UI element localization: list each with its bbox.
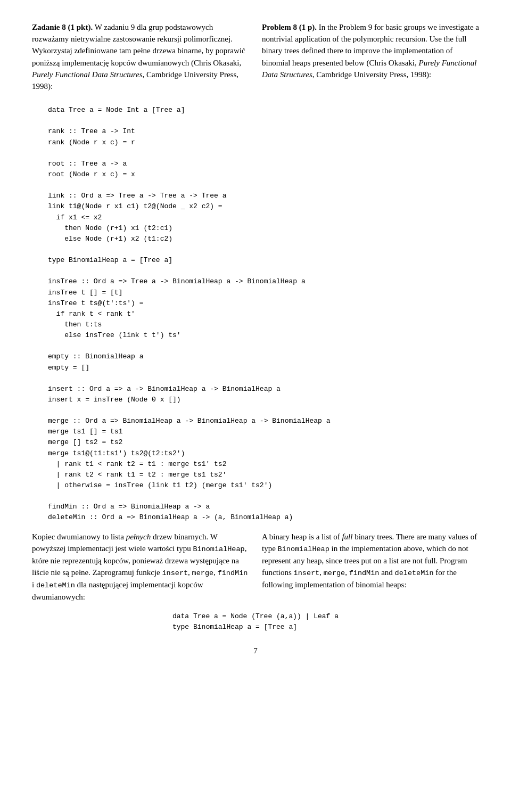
bottom-code-area: data Tree a = Node (Tree (a,a)) | Leaf a… bbox=[32, 611, 479, 633]
bl-p1-italic: pełnych bbox=[126, 532, 151, 541]
bl-p1-and: i bbox=[32, 580, 36, 589]
bottom-section: Kopiec dwumianowy to lista pełnych drzew… bbox=[32, 531, 479, 606]
problem-title: Problem 8 (1 p). bbox=[262, 23, 317, 31]
bottom-right-column: A binary heap is a list of full binary t… bbox=[262, 531, 479, 606]
bottom-code-block: data Tree a = Node (Tree (a,a)) | Leaf a… bbox=[172, 611, 339, 633]
bl-p1-code: BinomialHeap bbox=[193, 545, 244, 553]
right-intro: Problem 8 (1 p). In the Problem 9 for ba… bbox=[262, 21, 479, 80]
br-p1-code2: insert bbox=[294, 569, 320, 577]
br-p1-and: and bbox=[379, 568, 394, 577]
right-column: Problem 8 (1 p). In the Problem 9 for ba… bbox=[262, 21, 479, 95]
left-intro-italic: Purely Functional Data Structures bbox=[32, 70, 143, 79]
right-intro2: , Cambridge University Press, 1998): bbox=[312, 70, 431, 79]
bl-p1: Kopiec dwumianowy to lista bbox=[32, 532, 126, 541]
left-column: Zadanie 8 (1 pkt). W zadaniu 9 dla grup … bbox=[32, 21, 249, 95]
br-p1-code4: findMin bbox=[349, 569, 380, 577]
br-p1-code5: deleteMin bbox=[395, 569, 434, 577]
bl-p1-code5: deleteMin bbox=[36, 581, 75, 589]
page-content: Zadanie 8 (1 pkt). W zadaniu 9 dla grup … bbox=[32, 21, 479, 657]
top-section: Zadanie 8 (1 pkt). W zadaniu 9 dla grup … bbox=[32, 21, 479, 95]
br-p1-sep1: , bbox=[319, 568, 324, 577]
main-code-block: data Tree a = Node Int a [Tree a] rank :… bbox=[48, 105, 479, 523]
page-number: 7 bbox=[32, 645, 479, 657]
bl-p1-code4: findMin bbox=[218, 569, 248, 577]
bottom-right-text: A binary heap is a list of full binary t… bbox=[262, 531, 479, 591]
bottom-left-text: Kopiec dwumianowy to lista pełnych drzew… bbox=[32, 531, 249, 603]
task-title: Zadanie 8 (1 pkt). bbox=[32, 23, 93, 31]
bl-p1-code3: merge bbox=[192, 569, 214, 577]
left-intro: Zadanie 8 (1 pkt). W zadaniu 9 dla grup … bbox=[32, 21, 249, 92]
bl-p1-code2: insert bbox=[162, 569, 188, 577]
br-p1: A binary heap is a list of bbox=[262, 532, 342, 541]
br-p1-italic: full bbox=[342, 532, 352, 541]
br-p1-sep2: , bbox=[345, 568, 349, 577]
bottom-left-column: Kopiec dwumianowy to lista pełnych drzew… bbox=[32, 531, 249, 606]
bl-p1-sep1: , bbox=[188, 568, 192, 577]
bl-p1-sep2: , bbox=[213, 568, 218, 577]
br-p1-code: BinomialHeap bbox=[278, 545, 329, 553]
br-p1-code3: merge bbox=[324, 569, 345, 577]
